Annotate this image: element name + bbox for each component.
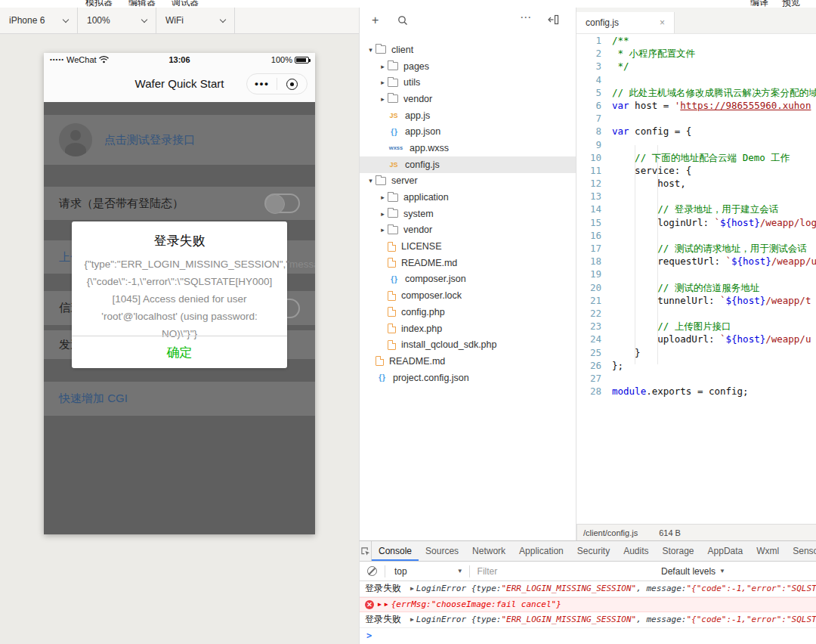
cgi-link[interactable]: 快速增加 CGI [59, 392, 128, 406]
close-icon[interactable]: × [660, 17, 665, 28]
tree-item-pages[interactable]: ▸pages [360, 58, 576, 75]
code-line[interactable]: 3 */ [576, 60, 816, 73]
menu-debugger[interactable]: 调试器 [172, 0, 199, 8]
code-line[interactable]: 6var host = 'https://986555960.xuhon [576, 99, 816, 112]
tree-item-LICENSE[interactable]: LICENSE [360, 238, 576, 255]
tree-item-app.wxss[interactable]: wxssapp.wxss [360, 140, 576, 156]
code-line[interactable]: 27 [576, 372, 816, 385]
tree-item-server[interactable]: ▾server [360, 173, 576, 190]
inspect-element-icon[interactable] [360, 541, 372, 561]
tree-item-README.md[interactable]: README.md [360, 353, 576, 370]
code-line[interactable]: 16 [576, 229, 816, 242]
code-line[interactable]: 14 // 登录地址，用于建立会话 [576, 203, 816, 215]
devtools-tab-security[interactable]: Security [570, 541, 617, 561]
code-line[interactable]: 28module.exports = config; [576, 385, 816, 398]
tree-item-app.js[interactable]: JSapp.js [360, 107, 576, 124]
tree-down-arrow-icon[interactable]: ▾ [366, 46, 376, 54]
clear-console-icon[interactable] [367, 566, 377, 576]
devtools-tab-application[interactable]: Application [512, 541, 570, 561]
code-line[interactable]: 9 [576, 138, 816, 151]
code-line[interactable]: 12 host, [576, 177, 816, 190]
tree-item-system[interactable]: ▸system [360, 206, 576, 222]
exit-target-icon[interactable] [277, 79, 307, 90]
devtools-tab-console[interactable]: Console [372, 541, 419, 561]
code-area[interactable]: 1/**2 * 小程序配置文件3 */45// 此处主机域名修改成腾讯云解决方案… [576, 34, 816, 398]
code-line[interactable]: 7 [576, 112, 816, 125]
tree-item-composer.json[interactable]: { }composer.json [360, 271, 576, 288]
search-icon[interactable] [397, 15, 408, 29]
console-message-log[interactable]: 登录失败▶LoginError {type: "ERR_LOGIN_MISSIN… [360, 581, 816, 597]
code-line[interactable]: 13 [576, 190, 816, 203]
code-line[interactable]: 4 [576, 73, 816, 86]
tree-item-client[interactable]: ▾client [360, 42, 576, 58]
user-row[interactable]: 点击测试登录接口 [44, 115, 315, 165]
context-select[interactable]: top ▼ [385, 566, 469, 577]
devtools-tab-audits[interactable]: Audits [617, 541, 655, 561]
login-test-link[interactable]: 点击测试登录接口 [104, 133, 195, 147]
tree-item-application[interactable]: ▸application [360, 189, 576, 206]
console-message-log[interactable]: 登录失败▶LoginError {type: "ERR_LOGIN_MISSIN… [360, 612, 816, 628]
network-select[interactable]: WiFi [156, 8, 235, 33]
code-line[interactable]: 17 // 测试的请求地址，用于测试会话 [576, 242, 816, 255]
tree-item-index.php[interactable]: index.php [360, 320, 576, 337]
add-file-icon[interactable]: + [372, 14, 379, 26]
tree-item-vendor[interactable]: ▸vendor [360, 222, 576, 239]
device-select[interactable]: iPhone 6 [0, 8, 78, 33]
console-prompt[interactable]: > [360, 628, 816, 643]
code-line[interactable]: 22 [576, 307, 816, 320]
code-line[interactable]: 25 } [576, 346, 816, 359]
more-icon[interactable]: ●●● [247, 80, 277, 88]
code-line[interactable]: 21 tunnelUrl: `${host}/weapp/t [576, 294, 816, 307]
tree-down-arrow-icon[interactable]: ▾ [366, 177, 376, 184]
menu-compile[interactable]: 编译 [750, 0, 768, 8]
tree-item-README.md[interactable]: README.md [360, 255, 576, 271]
line-content [601, 190, 612, 203]
code-line[interactable]: 23 // 上传图片接口 [576, 320, 816, 333]
tree-item-install_qcloud_sdk.php[interactable]: install_qcloud_sdk.php [360, 336, 576, 353]
tree-item-composer.lock[interactable]: composer.lock [360, 287, 576, 304]
more-options-icon[interactable]: ⋯ [520, 11, 532, 24]
tree-item-utils[interactable]: ▸utils [360, 74, 576, 91]
tree-item-config.js[interactable]: JSconfig.js [360, 156, 576, 173]
ok-button[interactable]: 确定 [167, 344, 193, 361]
code-line[interactable]: 26}; [576, 359, 816, 372]
devtools-tab-network[interactable]: Network [465, 541, 512, 561]
code-line[interactable]: 11 service: { [576, 164, 816, 177]
code-line[interactable]: 24 uploadUrl: `${host}/weapp/u [576, 333, 816, 345]
tree-right-arrow-icon[interactable]: ▸ [378, 95, 388, 103]
request-toggle[interactable] [264, 194, 300, 213]
tree-item-vendor[interactable]: ▸vendor [360, 91, 576, 107]
devtools-tab-appdata[interactable]: AppData [701, 541, 750, 561]
tree-item-config.php[interactable]: config.php [360, 304, 576, 320]
tree-item-app.json[interactable]: { }app.json [360, 123, 576, 140]
code-line[interactable]: 10 // 下面的地址配合云端 Demo 工作 [576, 151, 816, 164]
devtools-tab-sensor[interactable]: Sensor [786, 541, 816, 561]
code-line[interactable]: 15 loginUrl: `${host}/weapp/login [576, 216, 816, 229]
console-message-error[interactable]: ✕▶▶{errMsg: "chooseImage:fail cancel"} [360, 597, 816, 613]
code-line[interactable]: 8var config = { [576, 125, 816, 138]
code-line[interactable]: 20 // 测试的信道服务地址 [576, 281, 816, 294]
tab-config-js[interactable]: config.js × [576, 12, 675, 33]
tree-item-project.config.json[interactable]: { }project.config.json [360, 370, 576, 386]
tree-right-arrow-icon[interactable]: ▸ [378, 79, 388, 86]
code-line[interactable]: 5// 此处主机域名修改成腾讯云解决方案分配的域名 [576, 86, 816, 99]
devtools-tab-wxml[interactable]: Wxml [750, 541, 786, 561]
tree-right-arrow-icon[interactable]: ▸ [378, 63, 388, 70]
menu-editor[interactable]: 编辑器 [128, 0, 156, 8]
menu-preview[interactable]: 预览 [782, 0, 800, 8]
cgi-row[interactable]: 快速增加 CGI [44, 382, 315, 416]
log-levels-select[interactable]: Default levels ▼ [661, 566, 816, 577]
console-filter-input[interactable]: Filter [470, 566, 661, 577]
devtools-tab-storage[interactable]: Storage [656, 541, 701, 561]
tree-right-arrow-icon[interactable]: ▸ [378, 210, 388, 218]
code-line[interactable]: 1/** [576, 34, 816, 47]
devtools-tab-sources[interactable]: Sources [419, 541, 465, 561]
menu-simulator[interactable]: 模拟器 [85, 0, 113, 8]
code-line[interactable]: 2 * 小程序配置文件 [576, 47, 816, 60]
code-line[interactable]: 19 [576, 268, 816, 280]
tree-right-arrow-icon[interactable]: ▸ [378, 226, 388, 234]
code-line[interactable]: 18 requestUrl: `${host}/weapp/user [576, 255, 816, 268]
collapse-panel-icon[interactable] [548, 14, 559, 28]
tree-right-arrow-icon[interactable]: ▸ [378, 194, 388, 201]
zoom-select[interactable]: 100% [78, 8, 156, 33]
